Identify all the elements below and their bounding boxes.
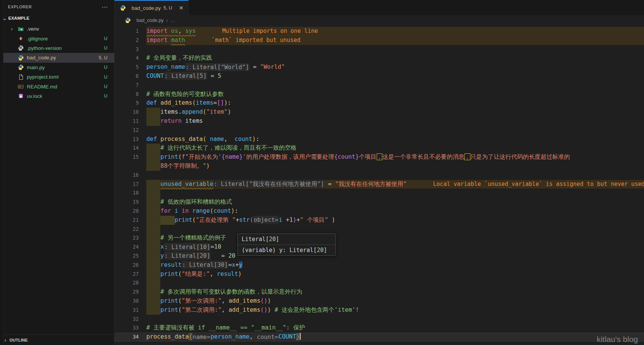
code-line[interactable]: 18 xyxy=(115,189,644,198)
code-line[interactable]: 15 print(f"开始为名为'{name}'的用户处理数据，该用户需要处理{… xyxy=(115,153,644,162)
line-number[interactable]: 30 xyxy=(115,297,139,306)
code-token: 20 xyxy=(228,252,236,259)
code-line[interactable]: 25 y: Literal[20] = 20 xyxy=(115,252,644,261)
code-token: ) xyxy=(264,297,267,304)
code-line[interactable]: 19 # 低效的循环和糟糕的格式 xyxy=(115,198,644,207)
line-number[interactable]: 27 xyxy=(115,270,139,279)
line-number[interactable]: 9 xyxy=(115,99,139,108)
code-token: : xyxy=(256,136,259,142)
file-item--gitignore[interactable]: .gitignoreU xyxy=(0,34,114,43)
line-number[interactable]: 34 xyxy=(115,333,139,342)
code-line[interactable]: 8# 函数有危险的可变默认参数 xyxy=(115,90,644,99)
file-name: README.md xyxy=(27,84,104,90)
code-line[interactable]: 11 return items xyxy=(115,117,644,126)
code-token: ) xyxy=(264,306,267,313)
code-line[interactable]: 17 unused_variable: Literal["我没有在任何地方被使用… xyxy=(115,180,644,189)
line-number[interactable]: 11 xyxy=(115,117,139,126)
file-item-pyproject-toml[interactable]: pyproject.tomlU xyxy=(0,72,114,82)
tab-bad-code-py[interactable]: bad_code.py 5, U ✕ xyxy=(115,0,189,15)
code-line[interactable]: 1import os, sysMultiple imports on one l… xyxy=(115,27,644,36)
file-item-readme-md[interactable]: README.mdU xyxy=(0,82,114,91)
code-line[interactable]: 16 xyxy=(115,171,644,180)
code-line[interactable]: 13def process_data( name, count): xyxy=(115,135,644,144)
line-number[interactable]: 23 xyxy=(115,234,139,243)
code-token xyxy=(228,136,235,142)
code-line[interactable]: 23 # 另一个糟糕格式的例子 xyxy=(115,234,644,243)
line-number[interactable]: 12 xyxy=(115,126,139,135)
line-number[interactable]: 3 xyxy=(115,45,139,54)
code-line[interactable]: 30 print("第一次调用:", add_items()) xyxy=(115,297,644,306)
line-number[interactable]: 19 xyxy=(115,198,139,207)
file-item-bad-code-py[interactable]: bad_code.py5, U xyxy=(0,53,114,62)
code-line[interactable]: 22 xyxy=(115,225,644,234)
code-token: ) xyxy=(293,217,296,223)
line-number[interactable]: 8 xyxy=(115,90,139,99)
line-number[interactable]: 28 xyxy=(115,278,139,288)
code-line[interactable]: 10 items.append("item") xyxy=(115,108,644,117)
file-item--python-version[interactable]: .python-versionU xyxy=(0,43,114,53)
line-number[interactable]: 18 xyxy=(115,189,139,198)
outline-label: OUTLINE xyxy=(9,338,28,342)
code-line[interactable]: 26 result: Literal[30]=x+y xyxy=(115,261,644,270)
code-line[interactable]: 4# 全局变量，不好的实践 xyxy=(115,54,644,63)
code-line[interactable]: 7 xyxy=(115,81,644,90)
code-line[interactable]: 27 print("结果是:", result) xyxy=(115,270,644,279)
code-token: ) xyxy=(332,217,335,223)
line-number[interactable]: 24 xyxy=(115,243,139,252)
indent-guide xyxy=(146,243,160,252)
outline-section-header[interactable]: › OUTLINE xyxy=(0,334,114,345)
line-number[interactable]: 1 xyxy=(115,27,139,36)
line-number[interactable]: 10 xyxy=(115,108,139,117)
line-number[interactable]: 14 xyxy=(115,144,139,153)
code-line[interactable]: 9def add_items(items=[]): xyxy=(115,99,644,108)
code-line[interactable]: 24 x: Literal[10]=10 xyxy=(115,243,644,252)
more-actions-icon[interactable]: ⋯ xyxy=(102,3,108,11)
line-number[interactable]: 13 xyxy=(115,135,139,144)
line-number[interactable]: 20 xyxy=(115,207,139,216)
line-number[interactable]: 26 xyxy=(115,261,139,270)
line-number[interactable]: 7 xyxy=(115,81,139,90)
line-number[interactable]: 16 xyxy=(115,171,139,180)
code-token: ( xyxy=(203,108,206,115)
file-item-uv-lock[interactable]: uv.lockU xyxy=(0,91,114,101)
file-item--venv[interactable]: ›.venv xyxy=(0,24,114,34)
line-number[interactable]: 15 xyxy=(115,153,139,162)
code-line[interactable]: 14 # 这行代码太长了，难以阅读，而且有不一致的空格 xyxy=(115,144,644,153)
code-line[interactable]: 88个字符限制。") xyxy=(115,162,644,171)
line-number[interactable]: 31 xyxy=(115,306,139,315)
breadcrumb-more[interactable]: … xyxy=(171,18,175,23)
code-line[interactable]: 29 # 多次调用带有可变默认参数的函数，以显示意外行为 xyxy=(115,288,644,297)
close-icon[interactable]: ✕ xyxy=(178,5,185,11)
line-number[interactable]: 25 xyxy=(115,252,139,261)
code-line[interactable]: 28 xyxy=(115,278,644,288)
code-line[interactable]: 12 xyxy=(115,126,644,135)
code-line[interactable]: 2import math`math` imported but unused xyxy=(115,36,644,45)
code-editor[interactable]: 1import os, sysMultiple imports on one l… xyxy=(115,26,644,345)
code-line[interactable]: 31 print("第二次调用:", add_items()) # 这会意外地包… xyxy=(115,306,644,315)
line-number[interactable]: 6 xyxy=(115,72,139,81)
code-token: count xyxy=(213,207,231,214)
code-line[interactable]: 5person_name: Literal["World"] = "World" xyxy=(115,63,644,72)
code-line[interactable]: 34process_data(name=person_name, count=C… xyxy=(115,333,644,342)
code-line[interactable]: 20 for i in range(count): xyxy=(115,207,644,216)
code-line[interactable]: 6COUNT: Literal[5] = 5 xyxy=(115,72,644,81)
line-number[interactable]: 21 xyxy=(115,216,139,225)
line-number[interactable]: 32 xyxy=(115,315,139,324)
line-number[interactable]: 29 xyxy=(115,288,139,297)
code-token: = xyxy=(250,63,260,70)
file-item-main-py[interactable]: main.pyU xyxy=(0,63,114,72)
code-line[interactable]: 3 xyxy=(115,45,644,54)
line-number[interactable]: 17 xyxy=(115,180,139,189)
line-number[interactable]: 22 xyxy=(115,225,139,234)
code-line[interactable]: 32 xyxy=(115,315,644,324)
line-number[interactable]: 2 xyxy=(115,36,139,45)
breadcrumb-file[interactable]: bad_code.py xyxy=(137,18,164,23)
git-status-badge: U xyxy=(104,93,107,99)
workspace-section-header[interactable]: ⌄ EXAMPLE xyxy=(0,14,114,23)
line-number[interactable]: 5 xyxy=(115,63,139,72)
code-token: = xyxy=(324,181,335,187)
code-line[interactable]: 33# 主要逻辑没有被 if __name__ == "__main__": 保… xyxy=(115,323,644,333)
code-line[interactable]: 21 print("正在处理第 "+str(object=i +1)+" 个项目… xyxy=(115,216,644,225)
line-number[interactable]: 4 xyxy=(115,54,139,63)
line-number[interactable]: 33 xyxy=(115,323,139,333)
